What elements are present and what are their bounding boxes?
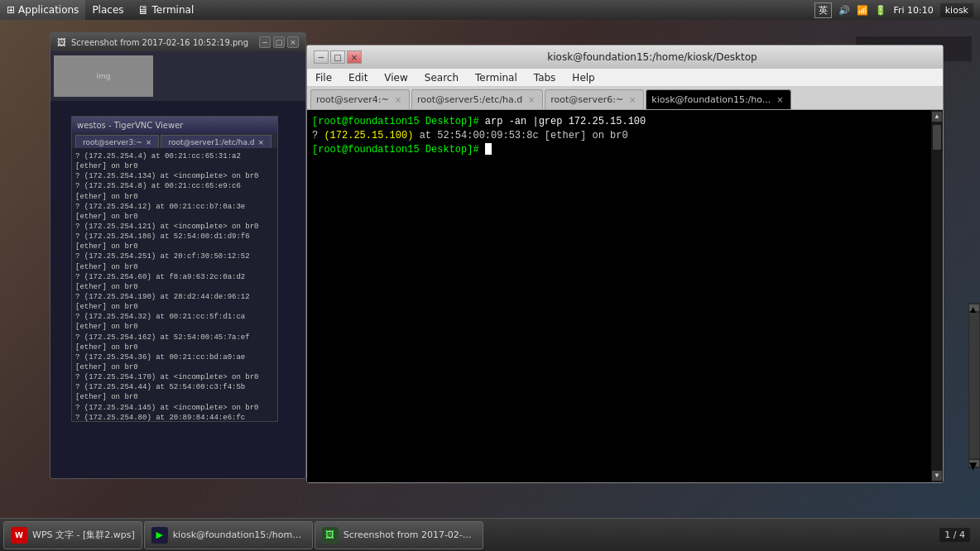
clock: Fri 10:10 [893, 5, 933, 16]
menu-help-label: Help [572, 72, 594, 84]
kiosk-terminal-icon: ▶ [151, 527, 168, 544]
tab-server4-close[interactable]: × [392, 94, 404, 106]
vnc-line-14: ? (172.25.254.44) at 52:54:00:c3:f4:5b [… [75, 382, 274, 402]
terminal-line-1: [root@foundation15 Desktop]# arp -an |gr… [312, 115, 938, 129]
sidebar-scroll-up[interactable]: ▲ [969, 304, 979, 311]
terminal-window-controls: − □ × [314, 50, 362, 64]
scroll-down-btn[interactable]: ▼ [932, 471, 942, 481]
vnc-terminal-content: ? (172.25.254.4) at 00:21:cc:65:31:a2 [e… [72, 148, 277, 421]
battery-icon: 🔋 [875, 5, 886, 16]
terminal-launcher[interactable]: 🖥 Terminal [131, 0, 201, 20]
tab-foundation15-close[interactable]: × [774, 94, 785, 106]
tab-server4[interactable]: root@server4:~ × [310, 89, 410, 109]
screenshot-window: 🖼 Screenshot from 2017-02-16 10:52:19.pn… [50, 32, 306, 479]
menu-search[interactable]: Search [416, 69, 467, 86]
menu-edit[interactable]: Edit [340, 69, 376, 86]
vnc-tab-close-icon[interactable]: × [146, 138, 152, 146]
prompt-2: [root@foundation15 Desktop]# [312, 144, 479, 156]
menu-file-label: File [315, 72, 332, 84]
tab-server5-close[interactable]: × [526, 94, 537, 106]
terminal-tab-bar: root@server4:~ × root@server5:/etc/ha.d … [307, 87, 943, 110]
prompt-1: [root@foundation15 Desktop]# [312, 116, 479, 127]
vnc-line-12: ? (172.25.254.36) at 00:21:cc:bd:a0:ae [… [75, 352, 274, 372]
sidebar-scrollbar[interactable]: ▲ ▼ [968, 303, 980, 468]
vnc-title-text: westos - TigerVNC Viewer [77, 121, 183, 130]
cmd-1: arp -an |grep 172.25.15.100 [485, 116, 646, 127]
places-label: Places [92, 4, 123, 16]
terminal-icon: 🖥 [137, 3, 149, 17]
screenshot-icon: 🖼 [322, 527, 339, 544]
desktop: 🖼 Screenshot from 2017-02-16 10:52:19.pn… [0, 20, 980, 518]
menu-help[interactable]: Help [564, 69, 603, 86]
terminal-menu-bar: File Edit View Search Terminal Tabs Help [307, 69, 943, 87]
vnc-line-9: ? (172.25.254.190) at 28:d2:44:de:96:12 … [75, 292, 274, 312]
terminal-titlebar: − □ × kiosk@foundation15:/home/kiosk/Des… [307, 46, 943, 69]
menu-file[interactable]: File [307, 69, 340, 86]
vnc-line-15: ? (172.25.254.145) at <incomplete> on br… [75, 403, 274, 413]
apps-icon: ⊞ [7, 4, 15, 16]
vnc-line-13: ? (172.25.254.170) at <incomplete> on br… [75, 372, 274, 382]
taskbar-screenshot-app[interactable]: 🖼 Screenshot from 2017-02-16 ... [315, 521, 483, 549]
tab-foundation15-label: kiosk@foundation15:/ho... [651, 94, 771, 105]
menu-tabs-label: Tabs [534, 72, 556, 84]
language-indicator[interactable]: 英 [814, 2, 832, 18]
network-icon: 📶 [857, 5, 868, 16]
tab-server6-close[interactable]: × [627, 94, 638, 106]
terminal-close[interactable]: × [347, 50, 362, 64]
close-button[interactable]: × [287, 36, 299, 48]
ip-highlight: (172.25.15.100) [324, 130, 413, 141]
volume-icon[interactable]: 🔊 [838, 5, 850, 16]
scroll-up-btn[interactable]: ▲ [932, 112, 942, 122]
tab-server6[interactable]: root@server6:~ × [545, 89, 644, 109]
vnc-viewer-window: westos - TigerVNC Viewer root@server3:~ … [71, 116, 278, 422]
vnc-line-16: ? (172.25.254.80) at 20:89:84:44:e6:fc [… [75, 413, 274, 421]
vnc-tab-server1-label: root@server1:/etc/ha.d [168, 138, 254, 146]
terminal-maximize[interactable]: □ [330, 50, 345, 64]
vnc-line-1: ? (172.25.254.4) at 00:21:cc:65:31:a2 [e… [75, 151, 274, 171]
tab-foundation15[interactable]: kiosk@foundation15:/ho... × [646, 89, 791, 109]
screenshot-icon: 🖼 [57, 37, 66, 48]
taskbar-bottom-right: 1 / 4 [939, 528, 977, 542]
tab-server5[interactable]: root@server5:/etc/ha.d × [411, 89, 543, 109]
scroll-thumb [933, 125, 941, 150]
vnc-tab-bar: root@server3:~ × root@server1:/etc/ha.d … [72, 133, 277, 148]
tab-server4-label: root@server4:~ [316, 94, 389, 105]
tab-server6-label: root@server6:~ [550, 94, 623, 105]
vnc-tab-server1[interactable]: root@server1:/etc/ha.d × [161, 135, 271, 148]
menu-terminal[interactable]: Terminal [467, 69, 526, 86]
applications-menu[interactable]: ⊞ Applications [0, 0, 85, 20]
menu-tabs[interactable]: Tabs [526, 69, 564, 86]
vnc-line-3: ? (172.25.254.8) at 00:21:cc:65:e9:c6 [e… [75, 181, 274, 201]
vnc-line-10: ? (172.25.254.32) at 00:21:cc:5f:d1:ca [… [75, 312, 274, 332]
taskbar-bottom: W WPS 文字 - [集群2.wps] ▶ kiosk@foundation1… [0, 518, 980, 551]
user-label[interactable]: kiosk [940, 3, 973, 17]
menu-view[interactable]: View [376, 69, 416, 86]
vnc-tab-server3[interactable]: root@server3:~ × [75, 135, 159, 148]
vnc-tab1-close-icon[interactable]: × [258, 138, 265, 146]
terminal-content-area[interactable]: [root@foundation15 Desktop]# arp -an |gr… [307, 110, 943, 482]
kiosk-terminal-label: kiosk@foundation15:/home/kios... [173, 529, 305, 540]
vnc-line-2: ? (172.25.254.134) at <incomplete> on br… [75, 171, 274, 181]
vnc-titlebar: westos - TigerVNC Viewer [72, 117, 277, 133]
maximize-button[interactable]: □ [273, 36, 285, 48]
minimize-button[interactable]: − [259, 36, 271, 48]
sidebar-scroll-down[interactable]: ▼ [969, 460, 979, 467]
taskbar-kiosk-terminal[interactable]: ▶ kiosk@foundation15:/home/kios... [144, 521, 313, 549]
vnc-line-11: ? (172.25.254.162) at 52:54:00:45:7a:ef … [75, 333, 274, 352]
terminal-launcher-label: Terminal [152, 4, 195, 16]
page-count: 1 / 4 [939, 528, 970, 542]
vnc-line-5: ? (172.25.254.121) at <incomplete> on br… [75, 222, 274, 232]
menu-view-label: View [384, 72, 407, 84]
tab-server5-label: root@server5:/etc/ha.d [417, 94, 522, 105]
menu-search-label: Search [425, 72, 459, 84]
screenshot-thumb: img [97, 72, 111, 80]
screenshot-app-label: Screenshot from 2017-02-16 ... [343, 529, 476, 540]
taskbar-top: ⊞ Applications Places 🖥 Terminal 英 🔊 📶 🔋… [0, 0, 980, 20]
cursor [485, 143, 492, 155]
terminal-scrollbar[interactable]: ▲ ▼ [931, 110, 943, 482]
terminal-minimize[interactable]: − [314, 50, 329, 64]
taskbar-right-section: 英 🔊 📶 🔋 Fri 10:10 kiosk [814, 2, 980, 18]
places-menu[interactable]: Places [85, 0, 130, 20]
menu-terminal-label: Terminal [475, 72, 517, 84]
taskbar-wps-app[interactable]: W WPS 文字 - [集群2.wps] [3, 521, 142, 549]
